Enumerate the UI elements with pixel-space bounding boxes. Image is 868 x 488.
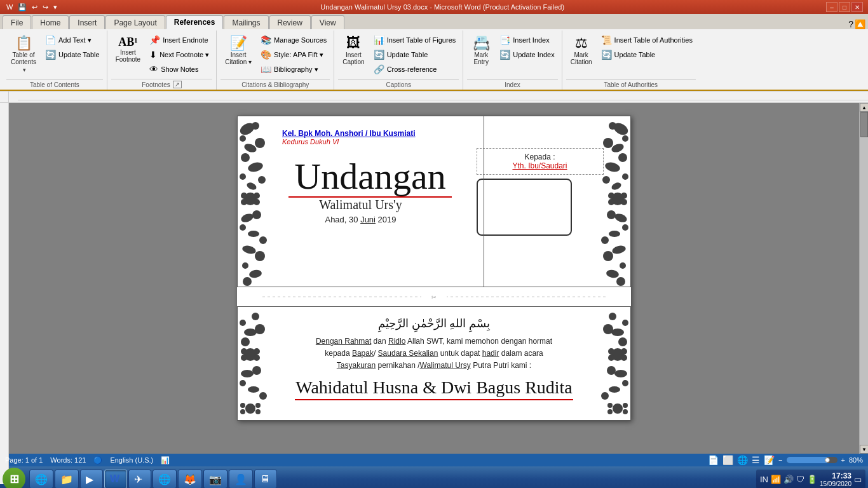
zoom-in-icon[interactable]: + (841, 456, 845, 464)
tray-antivirus-icon[interactable]: 🛡 (796, 475, 804, 484)
invitation-date: Ahad, 30 Juni 2019 (250, 215, 471, 224)
svg-point-15 (241, 193, 247, 199)
zoom-percent[interactable]: 80% (849, 456, 863, 464)
show-notes-btn[interactable]: 👁 Show Notes (146, 62, 212, 76)
zoom-thumb[interactable] (825, 458, 830, 463)
add-text-btn[interactable]: 📄 Add Text ▾ (42, 33, 103, 47)
ruler (0, 92, 868, 103)
tab-home[interactable]: Home (32, 15, 69, 29)
update-index-btn[interactable]: 🔄 Update Index (496, 48, 557, 62)
svg-point-40 (621, 193, 627, 199)
customize-btn[interactable]: ▾ (52, 3, 58, 11)
close-btn[interactable]: ✕ (851, 2, 863, 12)
window-title: Undangan Walimatul Ursy 03.docx - Micros… (58, 3, 826, 11)
insert-caption-btn[interactable]: 🖼 InsertCaption (338, 33, 369, 69)
taskbar-ie-btn[interactable]: 🌐 (29, 470, 53, 488)
taskbar: ⊞ 🌐 📁 ▶ W ✈ 🌐 🦊 📷 👤 🖥 IN 📶 🔊 🛡 🔋 17:33 (0, 466, 868, 488)
tab-pagelayout[interactable]: Page Layout (105, 15, 165, 29)
spell-check-icon[interactable]: 🔵 (93, 456, 102, 464)
start-button[interactable]: ⊞ (3, 468, 25, 488)
tray-network-icon[interactable]: IN (760, 475, 768, 484)
update-table-auth-btn[interactable]: 🔄 Update Table (598, 48, 696, 62)
scroll-down-btn[interactable]: ▼ (860, 445, 868, 454)
insert-index-btn[interactable]: 📑 Insert Index (496, 33, 557, 47)
tab-file[interactable]: File (3, 15, 31, 29)
table-of-contents-btn[interactable]: 📋 Table ofContents ▾ (6, 33, 41, 76)
mark-citation-btn[interactable]: ⚖ MarkCitation (566, 33, 597, 69)
insert-table-figures-btn[interactable]: 📊 Insert Table of Figures (370, 33, 459, 47)
manage-sources-btn[interactable]: 📚 Manage Sources (257, 33, 330, 47)
taskbar-explorer-btn[interactable]: 📁 (55, 470, 79, 488)
tray-battery-icon[interactable]: 🔋 (807, 475, 817, 484)
ribbon-help-icon[interactable]: ? (848, 19, 853, 29)
tab-view[interactable]: View (311, 15, 344, 29)
firefox-icon: 🦊 (184, 473, 196, 485)
mark-entry-btn[interactable]: 📇 MarkEntry (467, 33, 495, 69)
zoom-out-icon[interactable]: − (778, 456, 782, 464)
taskbar-chrome-btn[interactable]: 🌐 (153, 470, 177, 488)
update-table-toc-btn[interactable]: 🔄 Update Table (42, 48, 103, 62)
update-table-auth-label: Update Table (614, 51, 656, 58)
tray-sound-icon[interactable]: 🔊 (783, 475, 794, 484)
ribbon-minimize-icon[interactable]: 🔼 (855, 19, 865, 29)
redo-btn[interactable]: ↪ (41, 3, 50, 11)
taskbar-firefox-btn[interactable]: 🦊 (178, 470, 202, 488)
taskbar-email-btn[interactable]: 👤 (229, 470, 253, 488)
body-text: Dengan Rahmat dan Ridlo Allah SWT, kami … (295, 336, 573, 372)
style-btn[interactable]: 🎨 Style: APA Fift ▾ (257, 48, 330, 62)
footnotes-dialog-icon[interactable]: ↗ (173, 81, 182, 88)
minimize-btn[interactable]: – (826, 2, 837, 12)
insert-footnote-btn[interactable]: AB¹ InsertFootnote (111, 33, 145, 66)
tab-references[interactable]: References (166, 15, 224, 29)
document-scroll-area[interactable]: Kel. Bpk Moh. Anshori / Ibu Kusmiati Ked… (9, 103, 859, 454)
cross-reference-btn[interactable]: 🔗 Cross-reference (370, 62, 459, 76)
view-fullscreen-icon[interactable]: ⬜ (722, 455, 733, 465)
save-btn[interactable]: 💾 (17, 3, 28, 11)
tab-insert[interactable]: Insert (69, 15, 105, 29)
bibliography-btn[interactable]: 📖 Bibliography ▾ (257, 62, 330, 76)
taskbar-media-btn[interactable]: ▶ (80, 470, 103, 488)
svg-point-21 (240, 224, 246, 231)
view-web-icon[interactable]: 🌐 (737, 455, 748, 465)
update-table-cap-btn[interactable]: 🔄 Update Table (370, 48, 459, 62)
taskbar-telegram-btn[interactable]: ✈ (128, 470, 151, 488)
sender-name: Kel. Bpk Moh. Anshori / Ibu Kusmiati (282, 129, 471, 138)
taskbar-camera-btn[interactable]: 📷 (203, 470, 227, 488)
tray-show-desktop-icon[interactable]: ▭ (854, 475, 862, 484)
footnotes-col: 📌 Insert Endnote ⬇ Next Footnote ▾ 👁 Sho… (146, 33, 212, 76)
view-outline-icon[interactable]: ☰ (752, 455, 760, 465)
insert-citation-btn[interactable]: 📝 InsertCitation ▾ (220, 33, 256, 69)
tray-wifi-icon[interactable]: 📶 (771, 475, 781, 484)
insert-table-authorities-btn[interactable]: 📜 Insert Table of Authorities (598, 33, 696, 47)
view-draft-icon[interactable]: 📝 (764, 455, 775, 465)
next-footnote-btn[interactable]: ⬇ Next Footnote ▾ (146, 48, 212, 62)
tab-mailings[interactable]: Mailings (224, 15, 268, 29)
svg-point-32 (611, 142, 625, 154)
group-captions: 🖼 InsertCaption 📊 Insert Table of Figure… (334, 30, 463, 90)
system-tray: IN 📶 🔊 🛡 🔋 17:33 15/09/2020 ▭ (756, 470, 865, 488)
language-status[interactable]: English (U.S.) (110, 456, 153, 464)
tab-review[interactable]: Review (269, 15, 311, 29)
zoom-slider[interactable] (787, 457, 837, 463)
svg-point-85 (621, 355, 627, 361)
tray-clock[interactable]: 17:33 15/09/2020 (820, 471, 851, 487)
scroll-thumb[interactable] (860, 112, 868, 137)
manage-sources-label: Manage Sources (274, 36, 327, 44)
group-footnotes: AB¹ InsertFootnote 📌 Insert Endnote ⬇ Ne… (107, 30, 217, 90)
mark-citation-icon: ⚖ (575, 36, 588, 50)
maximize-btn[interactable]: □ (839, 2, 850, 12)
svg-text:✂: ✂ (431, 294, 437, 301)
svg-point-62 (244, 348, 257, 361)
insert-endnote-btn[interactable]: 📌 Insert Endnote (146, 33, 212, 47)
body-line1: Dengan Rahmat dan Ridlo Allah SWT, kami … (295, 336, 573, 348)
scroll-up-btn[interactable]: ▲ (860, 103, 868, 112)
undo-btn[interactable]: ↩ (31, 3, 39, 11)
date-month: Juni (360, 215, 376, 224)
svg-point-26 (242, 262, 248, 269)
scrollbar-vertical[interactable]: ▲ ▼ (859, 103, 868, 454)
sender-address: Kedurus Dukuh VI (282, 138, 471, 146)
svg-point-67 (241, 370, 254, 377)
view-print-icon[interactable]: 📄 (708, 455, 719, 465)
taskbar-word-btn[interactable]: W (104, 470, 127, 488)
taskbar-settings-btn[interactable]: 🖥 (254, 470, 277, 488)
